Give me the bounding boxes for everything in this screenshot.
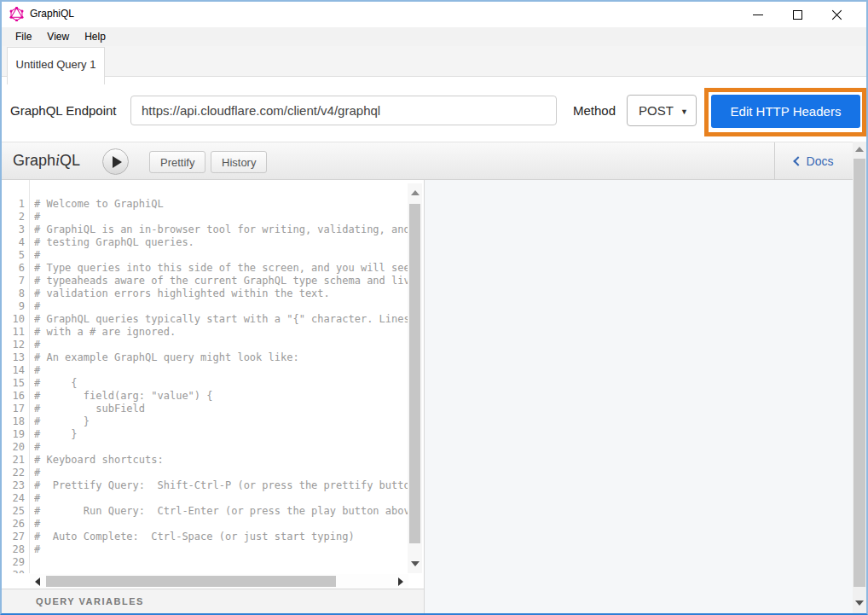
endpoint-row: GraphQL Endpoint Method POST ▼ Edit HTTP…	[2, 84, 866, 142]
window-vscroll-thumb[interactable]	[854, 159, 865, 587]
docs-label: Docs	[807, 154, 834, 168]
code-line: # Welcome to GraphiQL	[34, 198, 408, 211]
line-number: 30	[2, 569, 25, 573]
maximize-icon	[793, 10, 802, 20]
tab-label: Untitled Query 1	[16, 58, 96, 71]
method-value: POST	[639, 103, 674, 118]
code-line: #	[34, 364, 408, 377]
app-window: GraphiQL File View Help Untitled Query 1…	[0, 0, 868, 615]
editor-vertical-scrollbar[interactable]	[408, 183, 422, 573]
code-line: # subField	[34, 403, 408, 415]
line-number: 18	[2, 415, 25, 428]
menu-help[interactable]: Help	[77, 27, 113, 46]
code-line	[34, 556, 408, 569]
window-scroll-down-icon[interactable]	[855, 600, 864, 606]
line-number: 8	[2, 287, 25, 300]
editor-horizontal-scrollbar[interactable]	[30, 574, 408, 589]
endpoint-label: GraphQL Endpoint	[10, 103, 117, 118]
line-number: 22	[2, 467, 25, 479]
line-number: 13	[2, 351, 25, 364]
menu-view[interactable]: View	[39, 27, 77, 46]
tab-untitled-query-1[interactable]: Untitled Query 1	[7, 47, 105, 84]
line-number: 19	[2, 428, 25, 441]
method-select[interactable]: POST ▼	[627, 95, 697, 126]
line-number: 15	[2, 377, 25, 390]
maximize-button[interactable]	[778, 2, 817, 27]
line-number: 4	[2, 236, 25, 249]
line-number: 12	[2, 339, 25, 351]
graphql-logo-icon	[9, 7, 24, 21]
history-button[interactable]: History	[211, 151, 267, 173]
minimize-icon	[753, 15, 763, 15]
docs-toggle-button[interactable]: Docs	[774, 142, 853, 180]
code-line: # with a # are ignored.	[34, 326, 408, 339]
line-number: 25	[2, 505, 25, 518]
window-title: GraphiQL	[30, 8, 74, 20]
code-line: # Auto Complete: Ctrl-Space (or just sta…	[34, 531, 408, 543]
code-line: # Type queries into this side of the scr…	[34, 262, 408, 275]
code-line: # }	[34, 415, 408, 428]
line-number: 5	[2, 249, 25, 262]
code-line: # typeaheads aware of the current GraphQ…	[34, 275, 408, 287]
annotation-highlight	[704, 88, 866, 136]
scroll-right-icon[interactable]	[398, 577, 403, 586]
code-line: # GraphQL queries typically start with a…	[34, 313, 408, 326]
editor-vscroll-thumb[interactable]	[409, 204, 420, 543]
line-number: 10	[2, 313, 25, 326]
line-number: 29	[2, 556, 25, 569]
execute-query-button[interactable]	[102, 148, 129, 175]
chevron-left-icon	[793, 156, 802, 165]
code-line: #	[34, 249, 408, 262]
prettify-button[interactable]: Prettify	[149, 151, 205, 173]
line-number: 23	[2, 479, 25, 492]
line-number: 11	[2, 326, 25, 339]
line-number: 6	[2, 262, 25, 275]
line-number: 20	[2, 441, 25, 454]
code-line: # GraphiQL is an in-browser tool for wri…	[34, 223, 408, 236]
minimize-button[interactable]	[738, 2, 778, 27]
tab-row: Untitled Query 1	[2, 46, 866, 84]
editor-hscroll-thumb[interactable]	[46, 576, 336, 587]
line-number: 16	[2, 390, 25, 403]
window-scroll-up-icon[interactable]	[855, 147, 864, 152]
code-line	[34, 569, 408, 573]
query-variables-title: QUERY VARIABLES	[36, 596, 144, 606]
line-number: 17	[2, 403, 25, 415]
code-line: #	[34, 441, 408, 454]
code-line: #	[34, 518, 408, 531]
code-line: # field(arg: "value") {	[34, 390, 408, 403]
code-line: # validation errors highlighted within t…	[34, 287, 408, 300]
result-pane	[425, 180, 853, 613]
menu-file[interactable]: File	[8, 27, 39, 46]
menu-bar: File View Help	[2, 27, 866, 46]
chevron-down-icon: ▼	[680, 107, 688, 116]
title-bar: GraphiQL	[2, 2, 866, 27]
line-number: 26	[2, 518, 25, 531]
code-line: #	[34, 300, 408, 313]
line-number: 7	[2, 275, 25, 287]
scroll-down-icon[interactable]	[411, 561, 420, 566]
query-editor[interactable]: 1234567891011121314151617181920212223242…	[2, 180, 424, 573]
code-line: # testing GraphQL queries.	[34, 236, 408, 249]
code-line: #	[34, 211, 408, 223]
code-line: # Prettify Query: Shift-Ctrl-P (or press…	[34, 479, 408, 492]
line-number: 1	[2, 198, 25, 211]
close-button[interactable]	[817, 2, 856, 27]
endpoint-input[interactable]	[130, 96, 557, 125]
code-line: # Run Query: Ctrl-Enter (or press the pl…	[34, 505, 408, 518]
play-icon	[113, 156, 122, 168]
graphiql-toolbar: GraphiQL Prettify History Docs	[2, 142, 866, 180]
gutter-separator	[29, 180, 30, 573]
query-variables-bar[interactable]: QUERY VARIABLES	[2, 589, 424, 613]
code-content[interactable]: # Welcome to GraphiQL## GraphiQL is an i…	[34, 198, 408, 573]
line-number: 9	[2, 300, 25, 313]
window-vertical-scrollbar[interactable]	[853, 142, 866, 613]
code-line: #	[34, 467, 408, 479]
scroll-left-icon[interactable]	[35, 577, 40, 586]
code-line: # An example GraphQL query might look li…	[34, 351, 408, 364]
line-number: 3	[2, 223, 25, 236]
line-number: 24	[2, 492, 25, 505]
line-numbers: 1234567891011121314151617181920212223242…	[2, 198, 25, 573]
scroll-up-icon[interactable]	[411, 190, 420, 195]
line-number: 28	[2, 543, 25, 556]
